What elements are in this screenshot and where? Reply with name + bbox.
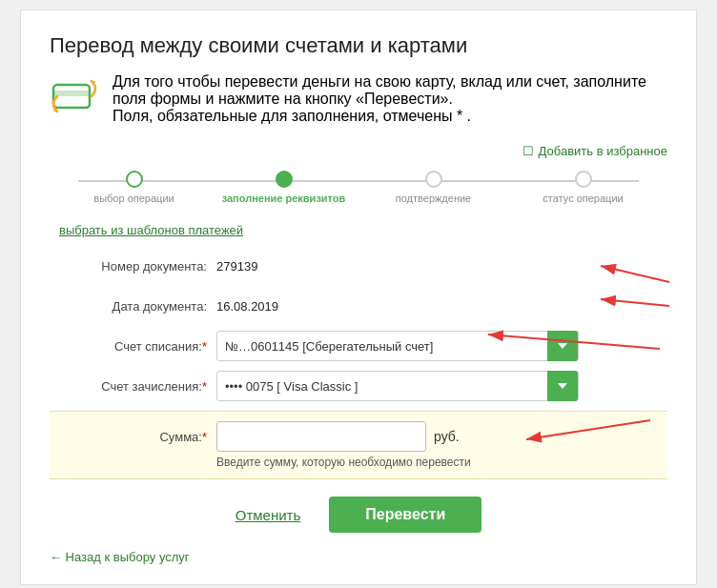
step-dot-1 bbox=[126, 171, 143, 188]
credit-dropdown-btn[interactable] bbox=[547, 371, 578, 401]
sum-label: Сумма:* bbox=[50, 430, 216, 444]
back-link[interactable]: ← Назад к выбору услуг bbox=[50, 550, 190, 564]
doc-date-label: Дата документа: bbox=[50, 299, 216, 314]
add-favorites-link[interactable]: ☐ Добавить в избранное bbox=[522, 144, 667, 158]
page-title: Перевод между своими счетами и картами bbox=[50, 33, 667, 58]
credit-account-row: Счет зачисления:* •••• 0075 [ Visa Class… bbox=[50, 371, 667, 401]
step-dot-4 bbox=[575, 171, 592, 188]
step-dot-2 bbox=[276, 171, 293, 188]
debit-dropdown-btn[interactable] bbox=[547, 331, 578, 361]
debit-label: Счет списания:* bbox=[50, 339, 216, 354]
info-text: Для того чтобы перевести деньги на свою … bbox=[113, 73, 667, 125]
info-block: Для того чтобы перевести деньги на свою … bbox=[50, 73, 667, 125]
sum-hint: Введите сумму, которую необходимо переве… bbox=[216, 456, 667, 469]
doc-number-value: 279139 bbox=[216, 259, 257, 274]
debit-select-text: №…0601145 [Сберегательный счет] bbox=[217, 339, 547, 354]
doc-date-value: 16.08.2019 bbox=[216, 299, 278, 314]
credit-select-text: •••• 0075 [ Visa Classic ] bbox=[217, 379, 547, 394]
svg-rect-1 bbox=[53, 91, 90, 96]
step-label-1: выбор операции bbox=[93, 193, 174, 204]
debit-account-row: Счет списания:* №…0601145 [Сберегательны… bbox=[50, 331, 667, 361]
actions-row: Отменить Перевести bbox=[50, 497, 667, 533]
progress-steps: выбор операции заполнение реквизитов под… bbox=[50, 171, 667, 204]
credit-select[interactable]: •••• 0075 [ Visa Classic ] bbox=[216, 371, 579, 401]
credit-label: Счет зачисления:* bbox=[50, 379, 216, 394]
transfer-button[interactable]: Перевести bbox=[329, 497, 481, 533]
doc-number-row: Номер документа: 279139 bbox=[50, 251, 667, 281]
sum-currency: руб. bbox=[434, 429, 460, 444]
bookmark-icon: ☐ bbox=[522, 144, 534, 158]
doc-date-row: Дата документа: 16.08.2019 bbox=[50, 291, 667, 321]
doc-number-label: Номер документа: bbox=[50, 259, 216, 274]
template-link[interactable]: выбрать из шаблонов платежей bbox=[59, 223, 243, 237]
step-label-2: заполнение реквизитов bbox=[222, 193, 346, 204]
step-select-operation: выбор операции bbox=[59, 171, 209, 204]
sum-input-wrap: руб. bbox=[216, 421, 460, 452]
cancel-button[interactable]: Отменить bbox=[236, 507, 301, 523]
step-confirm: подтверждение bbox=[358, 171, 508, 204]
sum-input[interactable] bbox=[216, 421, 426, 452]
sum-row: Сумма:* руб. Введите сумму, которую необ… bbox=[50, 411, 667, 479]
step-dot-3 bbox=[425, 171, 442, 188]
debit-select[interactable]: №…0601145 [Сберегательный счет] bbox=[216, 331, 579, 361]
step-status: статус операции bbox=[508, 171, 658, 204]
step-label-3: подтверждение bbox=[396, 193, 471, 204]
step-fill-details: заполнение реквизитов bbox=[209, 171, 358, 204]
add-favorites-row: ☐ Добавить в избранное bbox=[50, 142, 667, 159]
transfer-icon bbox=[50, 75, 99, 117]
step-label-4: статус операции bbox=[543, 193, 623, 204]
template-link-wrap: выбрать из шаблонов платежей bbox=[50, 221, 667, 251]
form-section: Номер документа: 279139 Дата документа: … bbox=[50, 251, 667, 479]
back-link-wrap: ← Назад к выбору услуг bbox=[50, 542, 667, 565]
sum-input-row: Сумма:* руб. bbox=[50, 421, 667, 452]
